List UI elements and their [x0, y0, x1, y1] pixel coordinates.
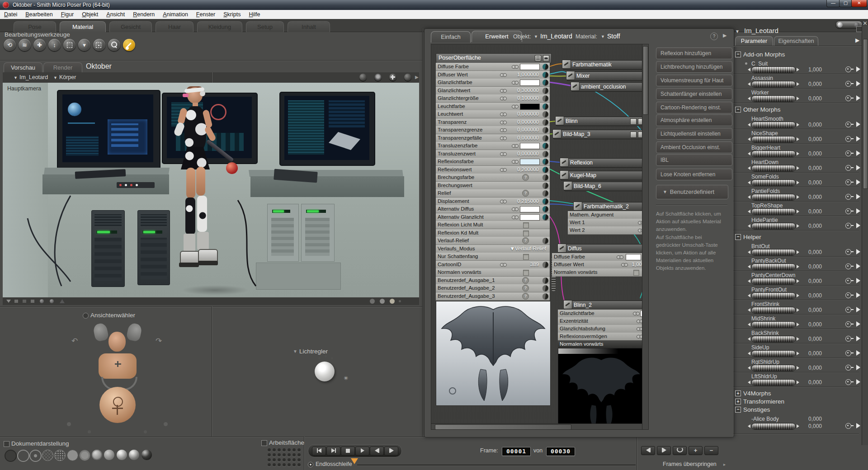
surface-row[interactable]: Glanzlichtwert0,300000 — [436, 87, 550, 95]
dial-arrow-left-icon[interactable] — [748, 294, 750, 297]
color-picker-tool[interactable] — [123, 39, 135, 51]
color-swatch[interactable] — [520, 159, 540, 165]
material-caret-icon[interactable]: ▼ — [601, 34, 605, 39]
param-dial[interactable] — [751, 150, 796, 157]
dial-arrow-left-icon[interactable] — [748, 265, 750, 268]
dial-icon[interactable] — [542, 206, 548, 212]
dial-link-icon[interactable] — [845, 81, 851, 87]
panel-expand-icon[interactable]: ▶ — [723, 33, 726, 38]
action-6[interactable]: Atmosphäre erstellen — [656, 114, 732, 126]
viewport-3d-scene[interactable]: Hauptkamera — [3, 83, 419, 297]
param-dial[interactable] — [751, 179, 796, 186]
collapse-box-icon[interactable]: − — [735, 407, 741, 413]
dial-link-icon[interactable] — [845, 208, 851, 214]
action-2[interactable]: Lichtbrechung hinzufügen — [656, 61, 732, 73]
loop-button[interactable] — [673, 446, 687, 455]
dial-arrow-right-icon[interactable] — [797, 123, 799, 127]
preview-eye-icon[interactable] — [543, 55, 549, 61]
action-3[interactable]: Volumenstreuung für Haut hinzufü... — [656, 75, 732, 86]
action-8[interactable]: Ambient Occlusion einst. — [656, 141, 732, 153]
color-swatch[interactable] — [520, 80, 540, 86]
param-brstout[interactable]: BrstOut0,000 — [733, 243, 862, 257]
figure-dropdown[interactable]: ▼Im_Leotard — [14, 74, 48, 80]
menu-ansicht[interactable]: Ansicht — [102, 10, 129, 19]
surface-row[interactable]: Transluzenzwert0,000000 — [436, 150, 550, 158]
param-alicebody[interactable]: -Alice Body0,0000,000 — [733, 416, 862, 434]
dial-link-icon[interactable] — [845, 249, 851, 255]
param-expand-icon[interactable] — [856, 307, 860, 312]
surface-row[interactable]: Diffuse Farbe — [436, 63, 550, 71]
param-dial[interactable] — [751, 249, 796, 256]
list-view-icon[interactable] — [535, 55, 541, 61]
param-expand-icon[interactable] — [856, 150, 860, 156]
dial-arrow-left-icon[interactable] — [748, 166, 750, 170]
param-expand-icon[interactable] — [856, 194, 860, 199]
display-style-shade-tex[interactable] — [129, 450, 139, 460]
panel-collapse-icon[interactable]: ▼ — [735, 29, 740, 34]
surface-row[interactable]: Alternativ Glanzlicht — [436, 213, 550, 221]
minus-button[interactable]: − — [704, 446, 718, 455]
node-row[interactable]: Diffuser Wert1,00 — [552, 261, 643, 269]
node-row[interactable]: Wert 2 — [568, 226, 645, 235]
display-style-flat-ring[interactable] — [79, 450, 90, 461]
param-dial[interactable] — [751, 263, 796, 270]
checkbox[interactable] — [523, 270, 529, 276]
tab-vorschau[interactable]: Vorschau — [4, 62, 42, 73]
param-expand-icon[interactable] — [856, 122, 860, 127]
node-row[interactable]: Wert 1 — [568, 219, 645, 227]
param-dial[interactable] — [751, 194, 796, 201]
dial-icon[interactable] — [542, 198, 548, 204]
room-tab-kleidung[interactable]: Kleidung — [197, 21, 242, 32]
dial-link-icon[interactable] — [845, 379, 851, 385]
dial-arrow-left-icon[interactable] — [748, 424, 750, 428]
param-dial[interactable] — [751, 321, 796, 328]
step-back-button[interactable] — [370, 446, 384, 456]
dial-arrow-right-icon[interactable] — [797, 137, 799, 141]
first-frame-button[interactable] — [312, 446, 326, 456]
dial-icon[interactable] — [542, 293, 548, 299]
dial-icon[interactable] — [542, 111, 548, 117]
group-sonstiges[interactable]: −Sonstiges — [733, 406, 862, 414]
dial-arrow-left-icon[interactable] — [748, 68, 750, 71]
dial-arrow-left-icon[interactable] — [748, 250, 750, 254]
dial-link-icon[interactable] — [845, 223, 851, 229]
surface-row[interactable]: Benutzerdef_Ausgabe_3? — [436, 292, 550, 301]
menu-figur[interactable]: Figur — [57, 10, 78, 19]
menu-bearbeiten[interactable]: Bearbeiten — [21, 10, 57, 19]
row-value[interactable]: 0,300000 — [517, 88, 539, 93]
dial-arrow-left-icon[interactable] — [748, 210, 750, 213]
node-kugel-map[interactable]: Kugel-Map — [561, 171, 644, 180]
surface-row[interactable]: Verlauf-Relief? — [436, 237, 550, 245]
param-sideup[interactable]: SideUp0,000 — [733, 344, 862, 358]
param-dial[interactable] — [751, 66, 796, 73]
dial-link-icon[interactable] — [845, 136, 851, 142]
param-dial[interactable] — [751, 122, 796, 128]
param-dial[interactable] — [751, 223, 796, 230]
row-value[interactable]: 0,000000 — [517, 119, 539, 125]
surface-row[interactable]: Brechungswert — [436, 182, 550, 190]
param-expand-icon[interactable] — [856, 165, 860, 170]
row-value[interactable]: 0,215000 — [517, 198, 539, 204]
dial-arrow-left-icon[interactable] — [748, 337, 750, 341]
step-back-button[interactable] — [641, 446, 655, 455]
surface-row[interactable]: Alternativ Diffus — [436, 205, 550, 213]
dial-link-icon[interactable] — [845, 122, 851, 127]
translate-tool[interactable]: ✚ — [33, 39, 46, 51]
collapse-box-icon[interactable]: + — [735, 390, 741, 396]
surface-row[interactable]: Transparenzgrenze0,000000 — [436, 126, 550, 134]
color-swatch[interactable] — [520, 143, 540, 149]
node-mixer[interactable]: Mixer — [567, 71, 647, 81]
node-row[interactable]: Exzentrizität — [558, 317, 644, 325]
tab-einfach[interactable]: Einfach — [431, 31, 471, 42]
param-expand-icon[interactable] — [856, 292, 860, 298]
question-icon[interactable]: ? — [522, 285, 529, 291]
checkbox[interactable] — [633, 270, 639, 276]
dial-link-icon[interactable] — [845, 150, 851, 156]
tab-render[interactable]: Render — [43, 62, 82, 73]
question-icon[interactable]: ? — [522, 190, 529, 197]
row-value[interactable]: 1,000000 — [517, 72, 539, 77]
surface-row[interactable]: Normalen vorwärts — [436, 268, 550, 277]
dropdown-value[interactable]: ▼Verlauf-Relief — [510, 246, 546, 251]
maximize-button[interactable]: ▢ — [839, 0, 852, 7]
surface-row[interactable]: Benutzerdef_Ausgabe_2? — [436, 284, 550, 292]
